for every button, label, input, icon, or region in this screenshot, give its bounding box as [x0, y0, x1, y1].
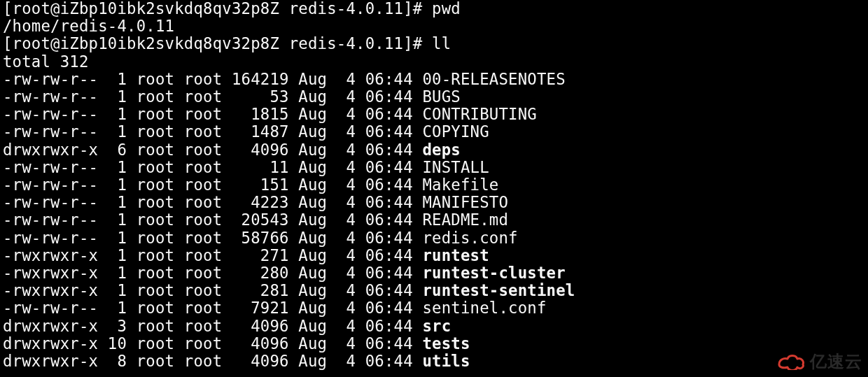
listing-meta: -rw-rw-r-- 1 root root 151 Aug 4 06:44: [3, 176, 422, 194]
watermark-logo-icon: [776, 353, 806, 370]
listing-row: -rw-rw-r-- 1 root root 7921 Aug 4 06:44 …: [3, 299, 547, 317]
listing-meta: drwxrwxr-x 3 root root 4096 Aug 4 06:44: [3, 317, 422, 335]
shell-prompt: [root@iZbp10ibk2svkdq8qv32p8Z redis-4.0.…: [3, 0, 432, 17]
listing-row: -rwxrwxr-x 1 root root 281 Aug 4 06:44 r…: [3, 281, 575, 299]
listing-row: -rw-rw-r-- 1 root root 4223 Aug 4 06:44 …: [3, 193, 508, 211]
watermark: 亿速云: [776, 350, 862, 373]
terminal-output[interactable]: [root@iZbp10ibk2svkdq8qv32p8Z redis-4.0.…: [0, 0, 868, 370]
listing-filename: CONTRIBUTING: [422, 105, 537, 123]
listing-filename: runtest-cluster: [422, 264, 565, 282]
listing-row: -rwxrwxr-x 1 root root 271 Aug 4 06:44 r…: [3, 246, 489, 264]
listing-meta: -rwxrwxr-x 1 root root 271 Aug 4 06:44: [3, 246, 422, 264]
listing-row: -rw-rw-r-- 1 root root 53 Aug 4 06:44 BU…: [3, 87, 461, 106]
listing-row: drwxrwxr-x 10 root root 4096 Aug 4 06:44…: [3, 334, 470, 353]
listing-meta: drwxrwxr-x 8 root root 4096 Aug 4 06:44: [3, 352, 422, 370]
listing-meta: -rw-rw-r-- 1 root root 164219 Aug 4 06:4…: [3, 70, 422, 88]
listing-row: -rw-rw-r-- 1 root root 11 Aug 4 06:44 IN…: [3, 158, 489, 176]
listing-filename: tests: [422, 334, 470, 353]
listing-filename: runtest: [422, 246, 489, 264]
listing-meta: -rw-rw-r-- 1 root root 4223 Aug 4 06:44: [3, 193, 422, 211]
listing-filename: runtest-sentinel: [422, 281, 575, 299]
pwd-output: /home/redis-4.0.11: [3, 17, 174, 35]
listing-filename: src: [422, 317, 451, 335]
listing-meta: -rwxrwxr-x 1 root root 280 Aug 4 06:44: [3, 264, 422, 282]
listing-row: -rw-rw-r-- 1 root root 58766 Aug 4 06:44…: [3, 229, 518, 247]
listing-filename: utils: [422, 352, 470, 370]
listing-meta: drwxrwxr-x 6 root root 4096 Aug 4 06:44: [3, 141, 422, 159]
listing-meta: -rw-rw-r-- 1 root root 1487 Aug 4 06:44: [3, 122, 422, 141]
listing-meta: -rw-rw-r-- 1 root root 11 Aug 4 06:44: [3, 158, 422, 176]
listing-filename: MANIFESTO: [422, 193, 508, 211]
listing-filename: sentinel.conf: [422, 299, 546, 317]
listing-meta: drwxrwxr-x 10 root root 4096 Aug 4 06:44: [3, 334, 422, 353]
listing-filename: deps: [422, 141, 461, 159]
listing-meta: -rw-rw-r-- 1 root root 1815 Aug 4 06:44: [3, 105, 422, 123]
listing-meta: -rwxrwxr-x 1 root root 281 Aug 4 06:44: [3, 281, 422, 299]
listing-filename: 00-RELEASENOTES: [422, 70, 565, 88]
shell-prompt: [root@iZbp10ibk2svkdq8qv32p8Z redis-4.0.…: [3, 34, 432, 52]
listing-row: drwxrwxr-x 3 root root 4096 Aug 4 06:44 …: [3, 317, 451, 335]
listing-row: -rw-rw-r-- 1 root root 20543 Aug 4 06:44…: [3, 211, 508, 229]
listing-row: -rw-rw-r-- 1 root root 1487 Aug 4 06:44 …: [3, 122, 489, 141]
ll-total: total 312: [3, 52, 89, 71]
command-pwd: pwd: [432, 0, 461, 17]
listing-filename: BUGS: [422, 87, 461, 106]
listing-filename: Makefile: [422, 176, 498, 194]
watermark-text: 亿速云: [810, 350, 862, 373]
listing-filename: redis.conf: [422, 229, 517, 247]
listing-meta: -rw-rw-r-- 1 root root 58766 Aug 4 06:44: [3, 229, 422, 247]
listing-filename: README.md: [422, 211, 508, 229]
command-ll: ll: [432, 34, 451, 52]
listing-meta: -rw-rw-r-- 1 root root 7921 Aug 4 06:44: [3, 299, 422, 317]
listing-row: drwxrwxr-x 6 root root 4096 Aug 4 06:44 …: [3, 141, 461, 159]
listing-row: -rw-rw-r-- 1 root root 151 Aug 4 06:44 M…: [3, 176, 498, 194]
listing-meta: -rw-rw-r-- 1 root root 53 Aug 4 06:44: [3, 87, 422, 106]
listing-meta: -rw-rw-r-- 1 root root 20543 Aug 4 06:44: [3, 211, 422, 229]
listing-row: -rw-rw-r-- 1 root root 164219 Aug 4 06:4…: [3, 70, 566, 88]
listing-filename: INSTALL: [422, 158, 489, 176]
listing-filename: COPYING: [422, 122, 489, 141]
listing-row: drwxrwxr-x 8 root root 4096 Aug 4 06:44 …: [3, 352, 470, 370]
listing-row: -rw-rw-r-- 1 root root 1815 Aug 4 06:44 …: [3, 105, 537, 123]
listing-row: -rwxrwxr-x 1 root root 280 Aug 4 06:44 r…: [3, 264, 566, 282]
